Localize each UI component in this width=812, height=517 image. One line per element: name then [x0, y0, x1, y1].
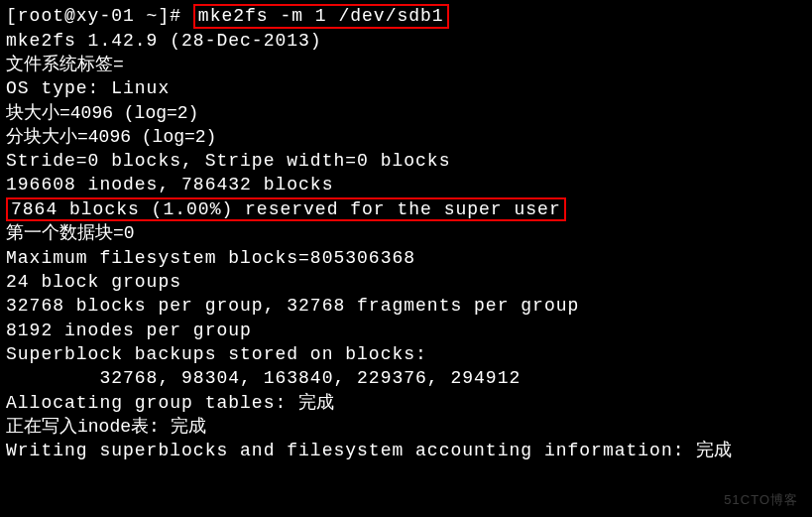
output-line: 块大小=4096 (log=2) [6, 101, 806, 125]
output-text: Allocating group tables: [6, 393, 298, 413]
shell-prompt: [root@xy-01 ~]# [6, 6, 193, 26]
output-text: Writing superblocks and filesystem accou… [6, 441, 696, 460]
output-line: mke2fs 1.42.9 (28-Dec-2013) [6, 29, 806, 53]
output-line: Stride=0 blocks, Stripe width=0 blocks [6, 149, 806, 173]
output-line: Superblock backups stored on blocks: [6, 342, 806, 366]
reserved-blocks-text: 7864 blocks (1.00%) reserved for the sup… [6, 197, 566, 222]
prompt-line[interactable]: [root@xy-01 ~]# mke2fs -m 1 /dev/sdb1 [6, 4, 806, 29]
output-line: Writing superblocks and filesystem accou… [6, 439, 806, 462]
output-line: OS type: Linux [6, 76, 806, 100]
output-line: 分块大小=4096 (log=2) [6, 125, 806, 149]
output-status: 完成 [298, 393, 334, 413]
output-line: 8192 inodes per group [6, 319, 806, 342]
output-line: 24 block groups [6, 270, 806, 294]
output-text: 正在写入inode表: [6, 417, 171, 437]
output-line: Allocating group tables: 完成 [6, 391, 806, 415]
output-line: Maximum filesystem blocks=805306368 [6, 246, 806, 270]
command-text: mke2fs -m 1 /dev/sdb1 [193, 4, 449, 29]
output-line: 第一个数据块=0 [6, 221, 806, 245]
output-line: 正在写入inode表: 完成 [6, 415, 806, 439]
output-line: 文件系统标签= [6, 53, 806, 76]
output-status: 完成 [696, 441, 732, 460]
output-line: 196608 inodes, 786432 blocks [6, 173, 806, 196]
output-status: 完成 [171, 417, 206, 437]
output-line: 32768, 98304, 163840, 229376, 294912 [6, 366, 806, 390]
output-line: 32768 blocks per group, 32768 fragments … [6, 294, 806, 318]
watermark: 51CTO博客 [724, 491, 798, 509]
output-line-highlight: 7864 blocks (1.00%) reserved for the sup… [6, 197, 806, 222]
